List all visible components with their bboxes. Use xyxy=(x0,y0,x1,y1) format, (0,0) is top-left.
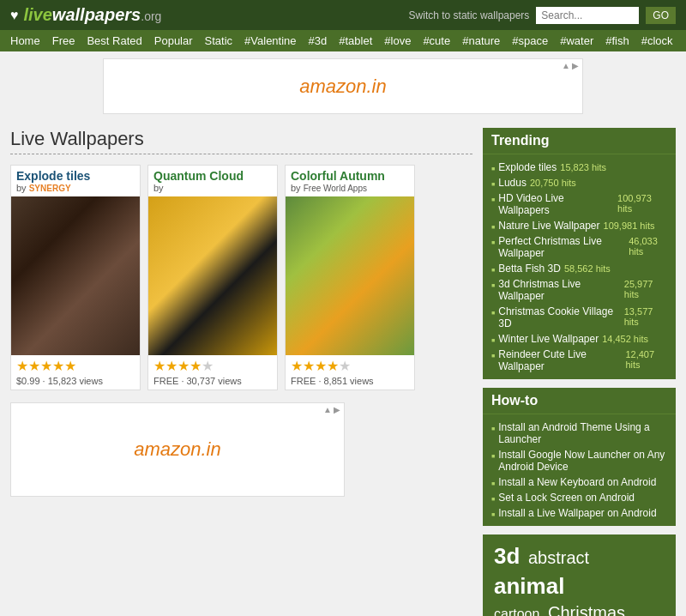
card1-image xyxy=(11,196,140,355)
logo-wallpapers: wallpapers xyxy=(52,5,141,24)
tag-animal[interactable]: animal xyxy=(494,573,564,600)
top-ad-banner: ▲ ▶ amazon.in xyxy=(103,58,583,114)
trending-item: Nature Live Wallpaper 109,981 hits xyxy=(491,218,667,233)
howto-title: How-to xyxy=(483,388,676,414)
trending-link[interactable]: Perfect Christmas Live Wallpaper xyxy=(498,235,625,259)
wallpaper-cards: Explode tiles by SYNERGY ★★★★★ $0.99 · 1… xyxy=(10,165,472,390)
card2-meta: FREE · 30,737 views xyxy=(148,376,277,390)
search-button[interactable]: GO xyxy=(646,7,676,24)
trending-hits: 12,407 hits xyxy=(625,349,667,370)
trending-item: Reindeer Cute Live Wallpaper 12,407 hits xyxy=(491,347,667,374)
trending-hits: 14,452 hits xyxy=(602,334,648,344)
card1-meta: $0.99 · 15,823 views xyxy=(11,376,140,390)
site-header: ♥ livewallpapers.org Switch to static wa… xyxy=(0,0,686,30)
card2-image xyxy=(148,196,277,355)
nav-water[interactable]: #water xyxy=(560,34,593,47)
card-colorful-autumn: Colorful Autumn by Free World Apps ★★★★★… xyxy=(285,165,415,390)
tag-abstract[interactable]: abstract xyxy=(528,548,589,568)
trending-hits: 100,973 hits xyxy=(617,193,667,214)
nav-3d[interactable]: #3d xyxy=(309,34,328,47)
card3-stars: ★★★★★ xyxy=(286,355,414,376)
howto-item: Set a Lock Screen on Android xyxy=(491,490,667,505)
ad-icon1: ▲ xyxy=(562,61,570,70)
howto-link[interactable]: Install a Live Wallpaper on Android xyxy=(498,507,656,519)
card3-meta: FREE · 8,851 views xyxy=(286,376,414,390)
card-explode-tiles: Explode tiles by SYNERGY ★★★★★ $0.99 · 1… xyxy=(10,165,141,390)
card1-author: by SYNERGY xyxy=(11,183,140,196)
bottom-ad-icon1: ▲ xyxy=(323,405,332,414)
section-title: Live Wallpapers xyxy=(10,128,472,154)
trending-hits: 58,562 hits xyxy=(564,263,611,274)
trending-link[interactable]: HD Video Live Wallpapers xyxy=(498,192,614,216)
nav-cute[interactable]: #cute xyxy=(423,34,450,47)
trending-item: Ludus 20,750 hits xyxy=(491,175,667,190)
nav-love[interactable]: #love xyxy=(384,34,411,47)
howto-box: How-to Install an Android Theme Using a … xyxy=(483,388,676,526)
trending-item: HD Video Live Wallpapers 100,973 hits xyxy=(491,190,667,218)
tag-cloud: 3d abstract animal cartoon Christmas clo… xyxy=(483,534,676,616)
bottom-ad-icons: ▲ ▶ xyxy=(323,405,340,414)
howto-link[interactable]: Install a New Keyboard on Android xyxy=(498,476,656,488)
howto-link[interactable]: Install an Android Theme Using a Launche… xyxy=(498,421,667,445)
nav-best-rated[interactable]: Best Rated xyxy=(87,34,141,47)
trending-item: Betta Fish 3D 58,562 hits xyxy=(491,261,667,276)
nav-clock[interactable]: #clock xyxy=(641,34,673,47)
howto-item: Install a Live Wallpaper on Android xyxy=(491,505,667,521)
trending-item: Winter Live Wallpaper 14,452 hits xyxy=(491,331,667,347)
howto-link[interactable]: Install Google Now Launcher on Any Andro… xyxy=(498,449,667,473)
trending-link[interactable]: Explode tiles xyxy=(498,161,557,173)
trending-link[interactable]: Reindeer Cute Live Wallpaper xyxy=(498,348,622,372)
tag-3d[interactable]: 3d xyxy=(494,543,520,570)
card-quantum-cloud: Quantum Cloud by ★★★★★ FREE · 30,737 vie… xyxy=(147,165,278,390)
trending-box: Trending Explode tiles 15,823 hits Ludus… xyxy=(483,128,676,379)
site-logo: livewallpapers.org xyxy=(24,5,162,25)
search-input[interactable] xyxy=(536,7,639,24)
nav-static[interactable]: Static xyxy=(205,34,233,47)
trending-link[interactable]: Christmas Cookie Village 3D xyxy=(498,305,620,329)
top-ad-container: ▲ ▶ amazon.in xyxy=(0,58,686,114)
trending-item: Explode tiles 15,823 hits xyxy=(491,160,667,175)
nav-valentine[interactable]: #Valentine xyxy=(244,34,296,47)
nav-home[interactable]: Home xyxy=(10,34,40,47)
nav-space[interactable]: #space xyxy=(512,34,548,47)
trending-link[interactable]: Nature Live Wallpaper xyxy=(498,220,599,232)
nav-fish[interactable]: #fish xyxy=(605,34,629,47)
sidebar: Trending Explode tiles 15,823 hits Ludus… xyxy=(483,128,676,616)
trending-link[interactable]: 3d Christmas Live Wallpaper xyxy=(498,278,621,302)
logo-live: live xyxy=(24,5,52,24)
card1-stars: ★★★★★ xyxy=(11,355,140,376)
trending-link[interactable]: Winter Live Wallpaper xyxy=(498,333,599,345)
card2-stars: ★★★★★ xyxy=(148,355,277,376)
tag-christmas[interactable]: Christmas xyxy=(548,603,625,616)
nav-popular[interactable]: Popular xyxy=(154,34,193,47)
trending-hits: 109,981 hits xyxy=(604,220,655,231)
main-nav: Home Free Best Rated Popular Static #Val… xyxy=(0,30,686,51)
tag-cartoon[interactable]: cartoon xyxy=(494,607,539,616)
nav-free[interactable]: Free xyxy=(52,34,75,47)
trending-hits: 15,823 hits xyxy=(560,162,606,172)
ad-icon2: ▶ xyxy=(572,61,579,70)
card3-author: by Free World Apps xyxy=(286,183,414,196)
header-right: Switch to static wallpapers GO xyxy=(409,7,676,24)
card3-author-name: Free World Apps xyxy=(304,184,367,193)
trending-item: 3d Christmas Live Wallpaper 25,977 hits xyxy=(491,276,667,304)
card3-title: Colorful Autumn xyxy=(286,166,414,183)
heart-icon: ♥ xyxy=(10,8,19,23)
trending-hits: 20,750 hits xyxy=(530,178,576,188)
main-layout: Live Wallpapers Explode tiles by SYNERGY… xyxy=(0,121,686,616)
card1-title: Explode tiles xyxy=(11,166,140,183)
card1-author-name: SYNERGY xyxy=(29,184,71,193)
howto-link[interactable]: Set a Lock Screen on Android xyxy=(498,492,635,504)
bottom-ad-amazon: amazon.in xyxy=(134,438,221,461)
trending-link[interactable]: Ludus xyxy=(498,177,527,189)
trending-item: Christmas Cookie Village 3D 13,577 hits xyxy=(491,304,667,331)
nav-nature[interactable]: #nature xyxy=(462,34,500,47)
content-area: Live Wallpapers Explode tiles by SYNERGY… xyxy=(10,128,472,616)
ad-icons: ▲ ▶ xyxy=(562,61,579,70)
trending-link[interactable]: Betta Fish 3D xyxy=(498,263,561,275)
bottom-ad-banner: ▲ ▶ amazon.in xyxy=(10,402,345,497)
howto-item: Install a New Keyboard on Android xyxy=(491,474,667,490)
howto-list: Install an Android Theme Using a Launche… xyxy=(483,414,676,526)
nav-tablet[interactable]: #tablet xyxy=(339,34,372,47)
howto-item: Install Google Now Launcher on Any Andro… xyxy=(491,447,667,474)
